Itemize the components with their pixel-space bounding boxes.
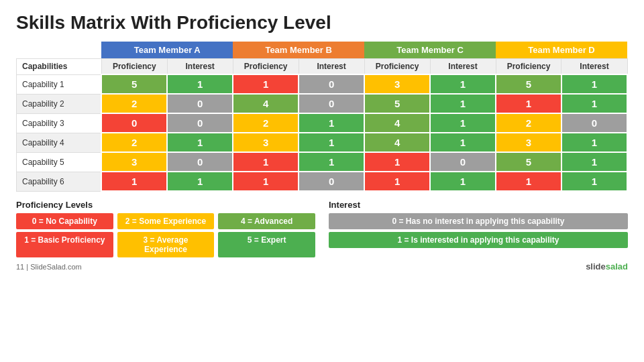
data-cell: 1 — [430, 74, 496, 94]
data-cell: 1 — [561, 74, 627, 94]
subheader-cell: Proficiency — [233, 59, 299, 75]
data-cell: 1 — [430, 113, 496, 133]
capability-label: Capability 6 — [17, 172, 102, 191]
table-row: Capability 151103151 — [17, 74, 628, 94]
capability-label: Capability 4 — [17, 133, 102, 152]
legend-interest-title: Interest — [329, 200, 628, 210]
data-cell: 4 — [364, 113, 430, 133]
data-cell: 1 — [167, 74, 233, 94]
legend-proficiency: Proficiency Levels 0 = No Capability2 = … — [16, 200, 315, 257]
capability-label: Capability 3 — [17, 113, 102, 133]
data-cell: 1 — [561, 133, 627, 152]
data-cell: 1 — [167, 172, 233, 191]
subheader-cell: Capabilities — [17, 59, 102, 75]
data-cell: 0 — [167, 152, 233, 172]
matrix-container: Team Member ATeam Member BTeam Member CT… — [16, 42, 628, 192]
legend-item: 0 = No Capability — [16, 213, 113, 229]
data-cell: 0 — [101, 113, 167, 133]
data-cell: 4 — [233, 94, 299, 113]
table-row: Capability 220405111 — [17, 94, 628, 113]
data-cell: 0 — [561, 113, 627, 133]
data-cell: 0 — [430, 152, 496, 172]
data-cell: 2 — [233, 113, 299, 133]
capability-label: Capability 2 — [17, 94, 102, 113]
subheader-cell: Interest — [430, 59, 496, 75]
legend-item: 1 = Basic Proficiency — [16, 232, 113, 257]
legend-row: 0 = Has no interest in applying this cap… — [329, 213, 628, 229]
footer-page: 11 | SlideSalad.com — [16, 263, 82, 271]
data-cell: 1 — [561, 152, 627, 172]
data-cell: 0 — [167, 113, 233, 133]
data-cell: 1 — [167, 133, 233, 152]
data-cell: 1 — [430, 172, 496, 191]
page-title: Skills Matrix With Proficiency Level — [16, 12, 628, 34]
data-cell: 5 — [496, 74, 561, 94]
legend-item: 1 = Is interested in applying this capab… — [329, 232, 628, 248]
data-cell: 3 — [496, 133, 561, 152]
subheader-cell: Proficiency — [101, 59, 167, 75]
data-cell: 1 — [496, 94, 561, 113]
data-cell: 5 — [496, 152, 561, 172]
subheader-cell: Proficiency — [364, 59, 430, 75]
footer: 11 | SlideSalad.com slidesalad — [16, 261, 628, 272]
subheader-cell: Interest — [299, 59, 364, 75]
table-row: Capability 300214120 — [17, 113, 628, 133]
capability-label: Capability 1 — [17, 74, 102, 94]
table-row: Capability 530111051 — [17, 152, 628, 172]
data-cell: 4 — [364, 133, 430, 152]
data-cell: 3 — [233, 133, 299, 152]
legend-item: 4 = Advanced — [218, 213, 315, 229]
team-header-cell: Team Member A — [101, 42, 233, 59]
team-header-cell: Team Member C — [364, 42, 496, 59]
table-row: Capability 611101111 — [17, 172, 628, 191]
data-cell: 1 — [233, 74, 299, 94]
data-cell: 1 — [299, 133, 364, 152]
capability-label: Capability 5 — [17, 152, 102, 172]
data-cell: 3 — [364, 74, 430, 94]
data-cell: 0 — [299, 94, 364, 113]
legend-item: 3 = Average Experience — [117, 232, 215, 257]
team-header-cell: Team Member B — [233, 42, 364, 59]
table-row: Capability 421314131 — [17, 133, 628, 152]
subheader-cell: Interest — [561, 59, 627, 75]
legend-row: 1 = Basic Proficiency3 = Average Experie… — [16, 232, 315, 257]
data-cell: 1 — [364, 172, 430, 191]
data-cell: 1 — [496, 172, 561, 191]
subheader-cell: Proficiency — [496, 59, 561, 75]
team-header-cell: Team Member D — [496, 42, 627, 59]
legend-proficiency-title: Proficiency Levels — [16, 200, 315, 210]
legend-interest-grid: 0 = Has no interest in applying this cap… — [329, 213, 628, 248]
data-cell: 1 — [299, 152, 364, 172]
data-cell: 0 — [299, 172, 364, 191]
data-cell: 2 — [101, 94, 167, 113]
data-cell: 1 — [561, 172, 627, 191]
data-cell: 0 — [167, 94, 233, 113]
subheader-cell: Interest — [167, 59, 233, 75]
data-cell: 2 — [101, 133, 167, 152]
legend-row: 0 = No Capability2 = Some Experience4 = … — [16, 213, 315, 229]
data-cell: 1 — [101, 172, 167, 191]
legend-interest: Interest 0 = Has no interest in applying… — [329, 200, 628, 257]
footer-logo: slidesalad — [586, 261, 628, 272]
data-cell: 1 — [561, 94, 627, 113]
data-cell: 1 — [364, 152, 430, 172]
legend-item: 5 = Expert — [218, 232, 315, 257]
data-cell: 1 — [233, 152, 299, 172]
data-cell: 5 — [364, 94, 430, 113]
data-cell: 3 — [101, 152, 167, 172]
data-cell: 5 — [101, 74, 167, 94]
legend-row: 1 = Is interested in applying this capab… — [329, 232, 628, 248]
legend-proficiency-grid: 0 = No Capability2 = Some Experience4 = … — [16, 213, 315, 257]
skills-matrix: Team Member ATeam Member BTeam Member CT… — [16, 42, 628, 192]
data-cell: 0 — [299, 74, 364, 94]
legend-item: 0 = Has no interest in applying this cap… — [329, 213, 628, 229]
data-cell: 1 — [430, 133, 496, 152]
legend-section: Proficiency Levels 0 = No Capability2 = … — [16, 200, 628, 257]
data-cell: 1 — [233, 172, 299, 191]
data-cell: 1 — [299, 113, 364, 133]
legend-item: 2 = Some Experience — [117, 213, 215, 229]
page: Skills Matrix With Proficiency Level Tea… — [0, 0, 644, 362]
data-cell: 2 — [496, 113, 561, 133]
data-cell: 1 — [430, 94, 496, 113]
